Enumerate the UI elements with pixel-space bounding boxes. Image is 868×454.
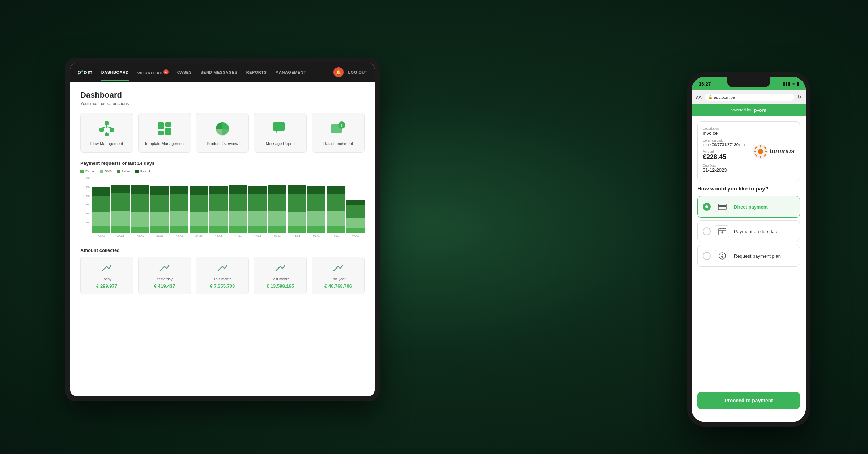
radio-due-date [703,227,711,235]
x-label-4: 08-04 [170,235,188,241]
phone: 16:27 ▌▌▌ ≈ ▐ AA 🔒 app.pom.be ↻ powered … [687,72,810,427]
x-label-0: 04-04 [92,235,110,241]
proceed-button[interactable]: Proceed to payment [697,392,800,409]
x-label-6: 10-04 [209,235,227,241]
collected-title: Amount collected [80,248,365,253]
data-enrichment-icon: + [329,120,347,138]
svg-line-5 [102,127,107,128]
pay-question: How would you like to pay? [697,185,800,192]
main-content: Dashboard Your most used functions [70,82,375,396]
bar-group-7 [229,176,247,233]
collected-this-year: This year € 46,768,706 [312,257,365,294]
nav-management[interactable]: MANAGEMENT [275,69,306,76]
x-label-11: 15-04 [307,235,326,241]
x-label-3: 07-04 [150,235,169,241]
euro-icon: € [715,250,729,262]
func-data-enrichment[interactable]: + Data Enrichment [312,113,365,153]
direct-payment-label: Direct payment [734,204,768,210]
product-overview-label: Product Overview [207,141,238,146]
message-report-icon [271,120,289,138]
bottom-safe-area [692,415,806,422]
this-month-value: € 7,355,703 [210,283,235,289]
due-date-label: Due date [703,164,749,167]
x-label-2: 06-04 [131,235,149,241]
invoice-details: Description Invoice Communication +++409… [703,127,749,176]
browser-aa: AA [696,95,702,99]
bar-group-3 [150,176,169,233]
status-icons: ▌▌▌ ≈ ▐ [783,82,799,86]
svg-rect-24 [754,151,756,152]
func-product-overview[interactable]: Product Overview [196,113,249,153]
svg-line-6 [107,127,112,128]
amount-collected: Amount collected Today € 299,977 Yesterd… [80,248,365,294]
x-label-12: 16-04 [327,235,345,241]
func-template-management[interactable]: Template Management [138,113,191,153]
collected-yesterday: Yesterday € 419,437 [138,257,191,294]
invoice-card: Description Invoice Communication +++409… [697,121,800,181]
bar-group-12 [327,176,345,233]
chart-title: Payment requests of last 14 days [80,160,365,166]
template-management-label: Template Management [144,141,185,146]
nav-cases[interactable]: CASES [177,69,192,76]
refresh-icon[interactable]: ↻ [797,94,801,100]
card-icon [715,201,729,213]
svg-rect-35 [723,228,724,229]
product-overview-icon [213,120,231,138]
nav-workload[interactable]: WORKLOAD1 [137,68,169,77]
bar-group-0 [92,176,110,233]
message-report-label: Message Report [266,141,295,146]
powered-by-logo: pom [754,107,767,113]
flow-management-label: Flow Management [90,141,123,146]
company-logo: luminus [753,127,795,176]
bar-group-13 [346,176,365,233]
data-enrichment-label: Data Enrichment [323,141,353,146]
x-label-13: 17-04 [346,235,365,241]
pay-option-direct[interactable]: Direct payment [697,196,800,218]
due-date-value: 31-12-2023 [703,167,749,173]
luminus-text: luminus [770,147,795,155]
due-date-label: Payment on due date [734,229,779,234]
svg-rect-22 [760,145,761,147]
bar-group-5 [190,176,208,233]
bar-group-1 [111,176,130,233]
page-subtitle: Your most used functions [80,101,365,106]
browser-bar: AA 🔒 app.pom.be ↻ [692,90,806,104]
bar-group-4 [170,176,188,233]
flow-management-icon [98,120,116,138]
nav-reports[interactable]: REPORTS [246,69,267,76]
bar-group-9 [268,176,286,233]
bell-icon[interactable]: 🔔 [333,67,344,77]
svg-text:€: € [721,254,724,259]
func-message-report[interactable]: Message Report [254,113,307,153]
svg-rect-8 [158,122,164,129]
x-label-8: 12-04 [248,235,267,241]
radio-plan [703,252,711,260]
this-month-label: This month [213,277,231,281]
svg-rect-11 [165,128,171,135]
collected-cards: Today € 299,977 Yesterday € 419,437 This… [80,257,365,294]
url-text: app.pom.be [714,95,735,99]
calendar-icon [715,225,729,237]
yesterday-value: € 419,437 [154,283,175,289]
last-month-value: € 13,598,165 [267,283,294,289]
last-month-label: Last month [271,277,289,281]
pay-option-plan[interactable]: € Request payment plan [697,245,800,267]
svg-rect-3 [105,133,109,136]
logout-button[interactable]: LOG OUT [348,70,367,74]
x-label-7: 11-04 [229,235,247,241]
svg-marker-14 [275,131,277,134]
svg-text:+: + [340,122,343,128]
tablet: p o m DASHBOARD WORKLOAD1 CASES SEND MES… [65,58,380,401]
function-cards: Flow Management Template Manage [80,113,365,153]
nav-send-messages[interactable]: SEND MESSAGES [200,69,237,76]
page-title: Dashboard [80,90,365,100]
pay-option-due-date[interactable]: Payment on due date [697,220,800,242]
x-label-10: 14-04 [288,235,306,241]
url-bar[interactable]: 🔒 app.pom.be [705,94,795,101]
svg-rect-9 [158,131,164,135]
collected-this-month: This month € 7,355,703 [196,257,249,294]
today-value: € 299,977 [96,283,117,289]
nav-dashboard[interactable]: DASHBOARD [101,69,129,76]
func-flow-management[interactable]: Flow Management [80,113,133,153]
collected-last-month: Last month € 13,598,165 [254,257,307,294]
